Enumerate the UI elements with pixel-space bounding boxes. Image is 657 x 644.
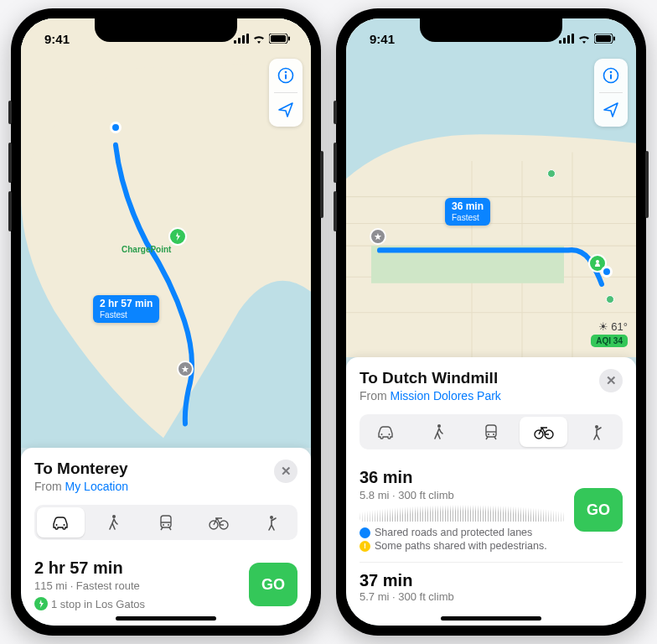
svg-rect-26 [613,37,615,41]
battery-icon [269,34,291,44]
svg-rect-39 [610,75,612,80]
svg-rect-0 [234,40,236,44]
go-button[interactable]: GO [249,563,297,606]
transit-icon [158,514,174,531]
home-indicator[interactable] [441,616,541,621]
from-link[interactable]: Mission Dolores Park [391,389,501,402]
location-button[interactable] [594,93,628,127]
go-button[interactable]: GO [574,488,623,532]
info-button[interactable] [269,59,303,92]
from-link[interactable]: My Location [65,480,128,493]
location-button[interactable] [269,93,303,127]
destination-marker[interactable]: ★ [177,361,194,377]
car-icon [50,514,70,531]
close-button[interactable]: ✕ [274,460,297,483]
bolt-icon [34,597,48,610]
wifi-icon [252,34,266,44]
park-marker [547,169,556,178]
weather-widget[interactable]: ☀︎ 61° AQI 34 [591,320,628,347]
route-callout-sub: Fastest [100,310,153,320]
info-button[interactable] [594,59,628,92]
destination-title: To Dutch Windmill [360,369,501,387]
route-option-1[interactable]: 36 min 5.8 mi · 300 ft climb Shared road… [360,453,623,555]
sun-icon: ☀︎ [598,320,608,333]
mode-transit-button[interactable] [468,417,515,447]
mode-drive-button[interactable] [362,417,410,447]
svg-rect-5 [271,35,286,42]
svg-point-15 [163,524,164,526]
elevation-profile [360,505,566,522]
mode-walk-button[interactable] [90,507,137,538]
from-line: From Mission Dolores Park [360,389,501,402]
svg-point-38 [610,71,613,74]
svg-rect-6 [288,37,290,41]
svg-point-12 [112,515,116,518]
route-subtitle: 115 mi · Fastest route [34,579,145,592]
route-callout-time: 2 hr 57 min [100,299,153,310]
walk-icon [106,514,121,531]
svg-rect-22 [567,35,570,44]
mode-bike-button[interactable] [520,417,567,447]
phone-right: 9:41 [336,8,646,636]
svg-point-11 [64,524,65,526]
svg-point-16 [168,524,169,526]
route-callout-time: 36 min [452,201,484,213]
transport-mode-selector [34,505,297,540]
route-callout[interactable]: 36 min Fastest [445,198,490,226]
svg-point-41 [381,434,383,435]
close-icon: ✕ [281,464,292,479]
route-subtitle: 5.7 mi · 300 ft climb [360,590,623,603]
temperature-label: 61° [611,320,628,333]
route-time: 36 min [360,468,566,487]
svg-point-43 [437,424,441,428]
signal-icon [234,34,249,44]
mode-transit-button[interactable] [142,507,190,538]
svg-rect-20 [559,40,561,44]
close-icon: ✕ [606,373,617,388]
mode-drive-button[interactable] [37,507,85,538]
svg-point-8 [285,71,287,74]
svg-point-50 [595,425,598,428]
map-canvas[interactable]: NovatoVallejoConcordRichmondOaklandClayt… [21,18,311,448]
close-button[interactable]: ✕ [599,369,623,392]
bike-icon [209,515,229,530]
map-canvas[interactable]: TiburonPacifica CoveGOLDEN GATE BRIDGEGo… [346,18,636,357]
mode-bike-button[interactable] [194,507,242,538]
rideshare-icon [589,423,604,440]
svg-rect-13 [161,516,171,527]
signal-icon [559,34,574,44]
map-controls [269,59,303,127]
notch [95,18,237,42]
route-ev-note: 1 stop in Los Gatos [34,597,145,610]
mode-rideshare-button[interactable] [247,507,295,538]
origin-marker[interactable] [110,122,122,133]
park-marker [606,295,614,304]
ev-stop-marker[interactable] [168,227,187,246]
map-controls [594,59,628,127]
mode-walk-button[interactable] [415,417,463,447]
route-time: 37 min [360,571,623,590]
walk-icon [431,423,446,440]
transport-mode-selector [360,414,623,449]
svg-point-42 [389,434,391,435]
bike-icon [534,424,554,439]
route-option-2[interactable]: 37 min 5.7 mi · 300 ft climb [360,562,623,603]
home-indicator[interactable] [116,616,216,621]
directions-sheet: To Dutch Windmill From Mission Dolores P… [346,357,636,626]
route-callout[interactable]: 2 hr 57 min Fastest [93,295,159,323]
svg-rect-2 [242,35,245,44]
current-location-marker[interactable] [601,266,613,278]
status-time: 9:41 [44,32,70,46]
mode-rideshare-button[interactable] [572,417,620,447]
svg-rect-3 [246,34,249,44]
transit-icon [483,423,499,440]
svg-rect-21 [563,38,566,44]
route-option[interactable]: 2 hr 57 min 115 mi · Fastest route 1 sto… [34,543,297,619]
svg-point-19 [270,516,273,519]
route-lanes-note: Shared roads and protected lanes [360,527,566,538]
phone-left: 9:41 [11,8,321,636]
destination-marker[interactable]: ★ [370,228,386,245]
wifi-icon [577,34,591,44]
car-icon [375,423,396,440]
route-subtitle: 5.8 mi · 300 ft climb [360,489,566,501]
